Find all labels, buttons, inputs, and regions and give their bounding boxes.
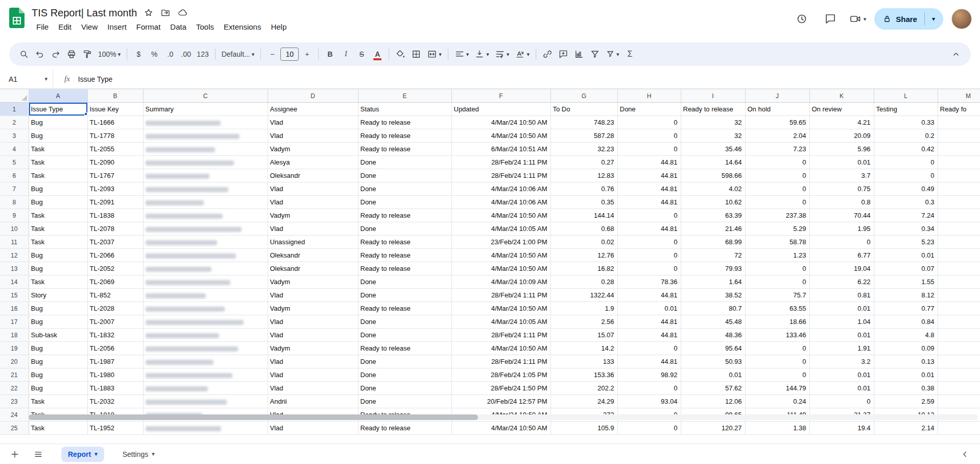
format-currency-button[interactable]: $ (131, 46, 146, 62)
cell-J5[interactable]: 0 (745, 156, 809, 169)
cell-K16[interactable]: 0.01 (809, 302, 874, 315)
more-formats-button[interactable]: 123 (194, 46, 211, 62)
decrease-font-size-button[interactable]: − (265, 46, 280, 62)
cell-F12[interactable]: 4/Mar/24 10:50 AM (451, 249, 551, 262)
cell-A21[interactable]: Bug (29, 368, 87, 382)
cell-E4[interactable]: Ready to release (358, 143, 451, 156)
cell-L9[interactable]: 7.24 (874, 209, 938, 222)
menu-view[interactable]: View (77, 21, 102, 33)
text-color-button[interactable]: A (370, 46, 385, 62)
row-header-8[interactable]: 8 (0, 196, 29, 209)
cell-B19[interactable]: TL-2056 (87, 342, 143, 355)
column-header-A[interactable]: A (29, 89, 87, 103)
cell-I14[interactable]: 1.64 (681, 275, 745, 289)
cell-L11[interactable]: 5.23 (874, 236, 938, 249)
cell-H15[interactable]: 44.81 (617, 289, 681, 302)
row-header-7[interactable]: 7 (0, 182, 29, 196)
cell-F8[interactable]: 4/Mar/24 10:06 AM (451, 196, 551, 209)
cell-H16[interactable]: 0.01 (617, 302, 681, 315)
cell-E25[interactable]: Ready to release (358, 422, 451, 435)
cell-E23[interactable]: Done (358, 395, 451, 408)
cell-F6[interactable]: 28/Feb/24 1:11 PM (451, 169, 551, 182)
column-header-M[interactable]: M (938, 89, 980, 103)
borders-button[interactable] (409, 46, 424, 62)
column-header-F[interactable]: F (451, 89, 551, 103)
all-sheets-button[interactable] (30, 446, 47, 463)
cell-H1[interactable]: Done (617, 103, 681, 116)
row-header-19[interactable]: 19 (0, 342, 29, 355)
cell-L23[interactable]: 2.59 (874, 395, 938, 408)
row-header-2[interactable]: 2 (0, 116, 29, 129)
cell-F25[interactable]: 4/Mar/24 10:50 AM (451, 422, 551, 435)
cell-A17[interactable]: Bug (29, 315, 87, 329)
cell-D14[interactable]: Vadym (268, 275, 358, 289)
cell-E15[interactable]: Done (358, 289, 451, 302)
cell-K19[interactable]: 1.91 (809, 342, 874, 355)
cell-E13[interactable]: Ready to release (358, 262, 451, 275)
cell-H5[interactable]: 44.81 (617, 156, 681, 169)
cell-K4[interactable]: 5.96 (809, 143, 874, 156)
cell-D13[interactable]: Oleksandr (268, 262, 358, 275)
cell-M16[interactable] (938, 302, 980, 315)
cell-M19[interactable] (938, 342, 980, 355)
cell-L21[interactable]: 0.01 (874, 368, 938, 382)
cell-A2[interactable]: Bug (29, 116, 87, 129)
cell-M1[interactable]: Ready fo (938, 103, 980, 116)
cell-J20[interactable]: 0 (745, 355, 809, 368)
cell-F10[interactable]: 4/Mar/24 10:05 AM (451, 222, 551, 236)
cell-D17[interactable]: Vlad (268, 315, 358, 329)
comment-history-icon[interactable] (820, 9, 841, 29)
cell-G17[interactable]: 2.56 (551, 315, 617, 329)
cell-E14[interactable]: Done (358, 275, 451, 289)
cell-D6[interactable]: Oleksandr (268, 169, 358, 182)
cell-D21[interactable]: Vlad (268, 368, 358, 382)
cell-G15[interactable]: 1322.44 (551, 289, 617, 302)
cell-K8[interactable]: 0.8 (809, 196, 874, 209)
increase-decimal-button[interactable]: .00 (178, 46, 194, 62)
cell-C5[interactable] (143, 156, 268, 169)
paint-format-button[interactable] (80, 46, 95, 62)
print-button[interactable] (64, 46, 79, 62)
cell-K18[interactable]: 0.01 (809, 329, 874, 342)
cell-K15[interactable]: 0.81 (809, 289, 874, 302)
cell-I3[interactable]: 32 (681, 129, 745, 143)
row-header-17[interactable]: 17 (0, 315, 29, 329)
cell-K13[interactable]: 19.04 (809, 262, 874, 275)
cell-K22[interactable]: 0.01 (809, 382, 874, 395)
cell-L19[interactable]: 0.09 (874, 342, 938, 355)
cell-D23[interactable]: Andrii (268, 395, 358, 408)
start-call-button[interactable]: ▾ (849, 13, 867, 25)
cell-C7[interactable] (143, 182, 268, 196)
cell-C25[interactable] (143, 422, 268, 435)
cell-F3[interactable]: 4/Mar/24 10:50 AM (451, 129, 551, 143)
cell-I13[interactable]: 79.93 (681, 262, 745, 275)
cell-B13[interactable]: TL-2052 (87, 262, 143, 275)
cell-B10[interactable]: TL-2078 (87, 222, 143, 236)
font-select[interactable]: Default... ▾ (219, 46, 257, 62)
hide-toolbar-icon[interactable] (948, 46, 964, 62)
cell-F13[interactable]: 4/Mar/24 10:50 AM (451, 262, 551, 275)
cell-B4[interactable]: TL-2055 (87, 143, 143, 156)
cell-F4[interactable]: 6/Mar/24 10:51 AM (451, 143, 551, 156)
cell-M18[interactable] (938, 329, 980, 342)
cell-I16[interactable]: 80.7 (681, 302, 745, 315)
row-header-16[interactable]: 16 (0, 302, 29, 315)
cell-F22[interactable]: 28/Feb/24 1:50 PM (451, 382, 551, 395)
cell-C3[interactable] (143, 129, 268, 143)
cell-M2[interactable] (938, 116, 980, 129)
cell-I8[interactable]: 10.62 (681, 196, 745, 209)
merge-cells-button[interactable]: ▾ (424, 46, 444, 62)
cell-L13[interactable]: 0.07 (874, 262, 938, 275)
cell-I6[interactable]: 598.66 (681, 169, 745, 182)
cell-H7[interactable]: 44.81 (617, 182, 681, 196)
cell-C12[interactable] (143, 249, 268, 262)
cell-H14[interactable]: 78.36 (617, 275, 681, 289)
cell-C2[interactable] (143, 116, 268, 129)
cell-M14[interactable] (938, 275, 980, 289)
cell-J3[interactable]: 2.04 (745, 129, 809, 143)
row-header-9[interactable]: 9 (0, 209, 29, 222)
document-title[interactable]: TIS Report| Last month (32, 7, 137, 19)
cell-L18[interactable]: 4.8 (874, 329, 938, 342)
cell-G18[interactable]: 15.07 (551, 329, 617, 342)
cell-L12[interactable]: 0.01 (874, 249, 938, 262)
